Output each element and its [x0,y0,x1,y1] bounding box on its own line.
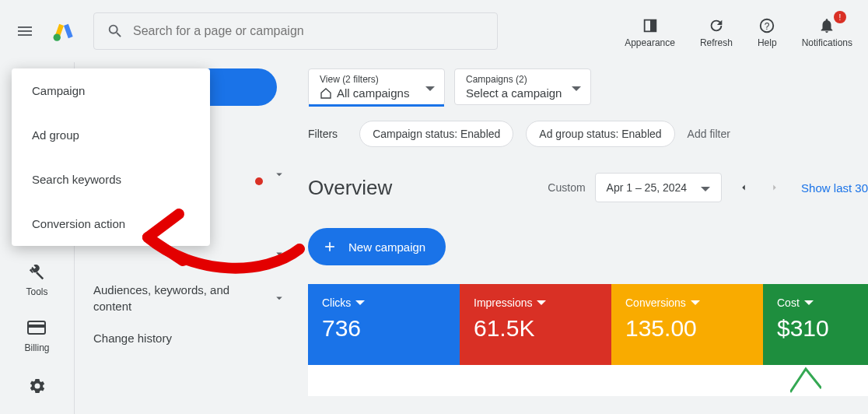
notification-badge: ! [834,11,846,23]
notifications-label: Notifications [802,37,852,48]
search-bar[interactable] [93,12,498,50]
card-clicks[interactable]: Clicks 736 [308,284,460,365]
date-prev-button[interactable] [728,172,759,203]
caret-icon [355,300,365,305]
date-next-button[interactable] [759,172,790,203]
new-campaign-button[interactable]: New campaign [308,228,446,265]
campaign-selector[interactable]: Campaigns (2) Select a campaign [454,68,591,105]
refresh-button[interactable]: Refresh [700,14,733,48]
bell-icon [818,14,835,37]
main-panel: View (2 filters) All campaigns Campaigns… [308,62,868,414]
filter-chip-campaign-status[interactable]: Campaign status: Enabled [359,121,513,147]
view-selector-big: All campaigns [337,86,409,100]
date-custom-label: Custom [548,181,585,194]
gear-icon [28,377,47,398]
dropdown-item-conversion-action[interactable]: Conversion action [12,202,210,246]
header-actions: Appearance Refresh ? Help ! Notification… [625,14,852,48]
card-conversions-label: Conversions [625,296,686,309]
filter-chip-adgroup-status[interactable]: Ad group status: Enabled [526,121,674,147]
refresh-label: Refresh [700,37,733,48]
chevron-down-icon [272,167,286,181]
appearance-icon [642,14,659,37]
view-selector-small: View (2 filters) [320,74,416,85]
svg-point-0 [54,34,61,41]
chevron-down-icon [272,291,286,305]
sidebar-change-history-label: Change history [93,330,172,346]
card-impressions[interactable]: Impressions 61.5K [460,284,611,365]
filters-label: Filters [308,128,338,140]
appearance-label: Appearance [625,37,675,48]
search-icon [107,23,124,40]
add-filter-button[interactable]: Add filter [688,128,730,140]
campaign-selector-small: Campaigns (2) [466,74,562,85]
plus-icon [322,239,338,254]
tools-icon [28,265,45,286]
new-campaign-label: New campaign [348,240,425,254]
notifications-button[interactable]: ! Notifications [802,14,852,48]
hamburger-menu-icon[interactable] [16,22,34,40]
metric-cards: Clicks 736 Impressions 61.5K Conversions… [308,284,868,365]
tools-nav[interactable]: Tools [26,265,47,297]
card-conversions-value: 135.00 [625,315,749,342]
new-dropdown: Campaign Ad group Search keywords Conver… [12,68,210,246]
help-button[interactable]: ? Help [758,14,777,48]
card-clicks-label: Clicks [322,296,351,309]
overview-header: Overview Custom Apr 1 – 25, 2024 Show la… [308,153,868,214]
chevron-right-icon [769,182,780,193]
view-selector[interactable]: View (2 filters) All campaigns [308,68,445,105]
home-icon [320,87,332,100]
caret-icon [804,300,814,305]
card-cost[interactable]: Cost $310 [763,284,868,365]
campaign-selector-big: Select a campaign [466,86,562,100]
refresh-icon [708,14,725,37]
appearance-button[interactable]: Appearance [625,14,675,48]
settings-nav[interactable] [28,377,47,398]
card-cost-label: Cost [777,296,800,309]
alert-dot [255,177,263,185]
billing-label: Billing [24,342,49,353]
svg-text:?: ? [765,21,770,32]
help-label: Help [758,37,777,48]
dropdown-item-adgroup[interactable]: Ad group [12,113,210,157]
billing-nav[interactable]: Billing [24,321,49,353]
filters-row: Filters Campaign status: Enabled Ad grou… [308,114,868,153]
svg-rect-4 [28,325,45,328]
dropdown-item-search-keywords[interactable]: Search keywords [12,157,210,202]
dropdown-caret-icon [701,181,710,194]
card-impressions-label: Impressions [474,296,532,309]
caret-icon [691,300,700,305]
google-ads-logo[interactable] [53,20,75,42]
show-last-link[interactable]: Show last 30 [801,181,868,195]
date-range-picker[interactable]: Apr 1 – 25, 2024 [595,173,723,202]
billing-icon [27,321,46,342]
header: Appearance Refresh ? Help ! Notification… [0,0,868,62]
dropdown-caret-icon [425,80,435,94]
page-title: Overview [308,176,392,200]
card-cost-value: $310 [777,315,854,342]
card-conversions[interactable]: Conversions 135.00 [611,284,763,365]
card-clicks-value: 736 [322,315,446,342]
dropdown-caret-icon [572,80,581,94]
dropdown-item-campaign[interactable]: Campaign [12,68,210,113]
search-input[interactable] [133,24,485,38]
help-icon: ? [758,14,775,37]
chart-area-peek [308,365,868,396]
date-range-value: Apr 1 – 25, 2024 [607,181,688,194]
sidebar-audiences-label: Audiences, keywords, and content [93,282,249,314]
chevron-down-icon [272,247,286,261]
sidebar-change-history[interactable]: Change history [75,322,308,354]
chevron-left-icon [738,182,749,193]
caret-icon [537,300,546,305]
tools-label: Tools [26,286,47,297]
sidebar-audiences[interactable]: Audiences, keywords, and content [75,274,308,322]
chart-line-fragment [790,365,821,396]
card-impressions-value: 61.5K [474,315,597,342]
